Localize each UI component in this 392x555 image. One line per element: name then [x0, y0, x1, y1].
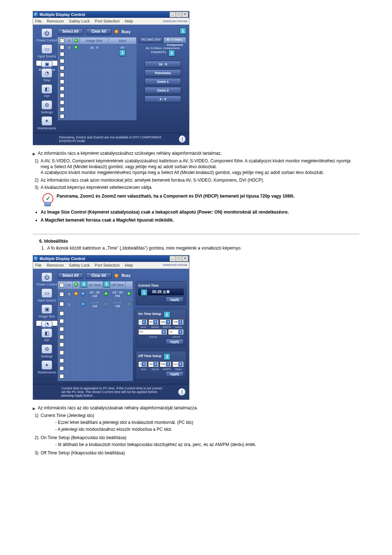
status-dot-blue [81, 292, 85, 296]
apply-off[interactable]: Apply [166, 371, 184, 377]
off-dot [127, 302, 131, 306]
select-all-button[interactable]: Select All [58, 272, 83, 279]
divider [33, 234, 359, 234]
status-dot-blue [81, 302, 85, 306]
sidebar-item-power[interactable]: ⏻Power Control [36, 272, 58, 286]
busy-icon [114, 274, 119, 278]
table-row[interactable]: 0 02 : 00 AM 03 : 00 PM [58, 289, 133, 300]
sidebar-item-power[interactable]: ⏻Power Control [36, 28, 58, 42]
menu-file[interactable]: File [35, 263, 42, 267]
screenshot-time: Multiple Display Control _ □ × File Remo… [33, 255, 189, 400]
off-ampm[interactable]: PM▼ [160, 361, 171, 367]
menu-port[interactable]: Port Selection [95, 19, 119, 23]
opt-zoom2[interactable]: Zoom 2 [144, 87, 181, 94]
titlebar: Multiple Display Control _ □ × [33, 255, 189, 262]
table-row [58, 317, 133, 325]
on-dot [104, 292, 108, 296]
titlebar-text: Multiple Display Control [40, 12, 85, 17]
col-ontime: On Time [87, 281, 102, 289]
imagesize-icon: ▣ [41, 61, 52, 67]
sidebar-item-pip[interactable]: ◧PIP [36, 328, 58, 342]
row-checkbox[interactable] [60, 45, 64, 49]
table-row [58, 58, 136, 65]
sidebar-item-time[interactable]: ◔Time [36, 320, 58, 326]
cell-on: -- : -- AM [87, 299, 102, 310]
off-status[interactable]: On▼ [172, 361, 184, 367]
footer-text: Panorama, Zoom1 and Zoom2 are not availa… [59, 135, 176, 143]
max-button[interactable]: □ [176, 256, 182, 262]
bullet-2: A MagicNet bemeneti forrása csak a Magic… [41, 217, 359, 223]
status-footer: Current time is equivalent to PC time. I… [33, 384, 189, 400]
close-button[interactable]: × [182, 256, 188, 262]
clear-all-button[interactable]: Clear All [86, 272, 111, 279]
sidebar-item-imagesize[interactable]: ▣Image Size [36, 304, 58, 318]
table-row[interactable]: 0 16 : 9 AV 2 [58, 44, 136, 51]
menu-safety[interactable]: Safety Lock [69, 19, 90, 23]
col-input: Input [109, 37, 136, 44]
on-ampm[interactable]: AM▼ [160, 319, 171, 325]
numbered-list-2: 1) Current Time (Jelenlegi ido) Ezzel le… [33, 413, 359, 456]
arrow-icon: ▶ [33, 151, 36, 156]
brand-logo: SAMSUNG DIGITall [163, 20, 187, 23]
menu-port[interactable]: Port Selection [95, 263, 119, 267]
monitor-grid[interactable]: ID Image Size Input 0 16 : 9 AV 2 [58, 37, 136, 120]
sidebar-item-settings[interactable]: ⚙Settings [36, 100, 58, 114]
section-step: 1.A fo ikonok között kattintson a „Time”… [39, 245, 359, 251]
min-button[interactable]: _ [170, 12, 176, 17]
off-minute[interactable]: 00▼ [148, 361, 159, 367]
sidebar-item-time[interactable]: ◔Time [36, 68, 58, 82]
col-id: ID [66, 37, 73, 44]
table-row [58, 100, 136, 106]
select-all-button[interactable]: Select All [58, 28, 83, 35]
sidebar-item-maintenance[interactable]: ✦Maintenance [36, 360, 58, 374]
opt-panorama[interactable]: Panorama [144, 69, 181, 77]
min-button[interactable]: _ [170, 256, 176, 262]
menu-remocon[interactable]: Remocon [47, 263, 64, 267]
sidebar-item-input[interactable]: ▭Input Source [36, 288, 58, 302]
menu-file[interactable]: File [35, 19, 42, 23]
row-checkbox[interactable] [60, 302, 64, 306]
header-checkbox[interactable] [60, 283, 64, 287]
sidebar-item-pip[interactable]: ◧PIP [36, 84, 58, 98]
max-button[interactable]: □ [176, 12, 182, 17]
opt-zoom1[interactable]: Zoom 1 [144, 78, 181, 85]
apply-current[interactable]: Apply [166, 297, 184, 303]
tab-av[interactable]: AV, S-Video, Component [163, 37, 186, 43]
on-status[interactable]: Off▼ [172, 319, 184, 325]
sidebar-item-imagesize[interactable]: ▣Image Size [36, 60, 58, 66]
sidebar-item-maintenance[interactable]: ✦Maintenance [36, 116, 58, 130]
power-icon: ⏻ [41, 272, 52, 282]
menu-remocon[interactable]: Remocon [47, 19, 64, 23]
menu-safety[interactable]: Safety Lock [69, 263, 90, 267]
menu-help[interactable]: Help [125, 19, 133, 23]
chevron-down-icon: ▼ [162, 330, 166, 334]
close-button[interactable]: × [182, 12, 188, 17]
busy-label: Busy [122, 274, 130, 278]
busy-icon [114, 29, 119, 34]
table-row[interactable]: 1 -- : -- AM -- : -- AM [58, 299, 133, 310]
on-source[interactable]: PC▼ [138, 329, 167, 335]
screenshot-image-size: Multiple Display Control _ □ × File Remo… [33, 11, 189, 145]
sidebar-item-input[interactable]: ▭Input Source [36, 44, 58, 58]
off-dot [127, 292, 131, 296]
off-hour[interactable]: 3▼ [138, 361, 147, 367]
header-checkbox[interactable] [60, 39, 64, 43]
on-hour[interactable]: 2▼ [138, 319, 147, 325]
chevron-down-icon: ▼ [166, 362, 170, 366]
table-row [58, 79, 136, 86]
callout-4: 4 [81, 281, 87, 287]
opt-16-9[interactable]: 16 : 9 [144, 61, 181, 68]
monitor-grid-time[interactable]: ID 4 On Time 5 Off Time [58, 281, 133, 381]
clear-all-button[interactable]: Clear All [86, 28, 111, 35]
on-volume[interactable]: 10▼ [168, 329, 184, 335]
sidebar-item-settings[interactable]: ⚙Settings [36, 344, 58, 358]
menu-help[interactable]: Help [125, 263, 133, 267]
callout-5: 5 [103, 281, 110, 287]
table-row [58, 365, 133, 373]
opt-4-3[interactable]: 4 : 3 [144, 96, 181, 103]
apply-on[interactable]: Apply [166, 339, 184, 345]
row-checkbox[interactable] [60, 292, 64, 296]
tab-pc[interactable]: PC, BNC, DVI [139, 37, 162, 43]
on-minute[interactable]: 00▼ [148, 319, 159, 325]
main-panel: Select All Clear All Busy ID 4 On Time [58, 272, 186, 381]
